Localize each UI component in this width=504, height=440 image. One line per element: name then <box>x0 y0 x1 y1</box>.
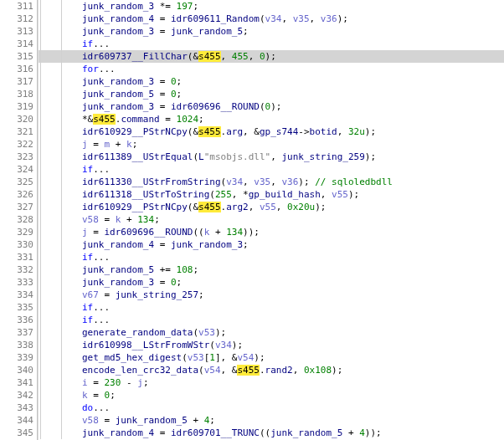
code-line[interactable]: *&s455.command = 1024; <box>39 113 504 125</box>
line-number: 325 <box>0 176 33 188</box>
code-line[interactable]: v58 = junk_random_5 + 4; <box>39 414 504 427</box>
line-number: 334 <box>0 289 33 301</box>
code-line[interactable]: j = idr609696__ROUND((k + 134)); <box>39 226 504 238</box>
code-line[interactable]: junk_random_3 = 0; <box>39 276 504 289</box>
line-number: 323 <box>0 151 33 163</box>
line-number: 337 <box>0 326 33 339</box>
code-line[interactable]: generate_random_data(v53); <box>39 326 504 339</box>
code-line[interactable]: idr610929__PStrNCpy(&s455.arg, &gp_s744-… <box>39 125 504 138</box>
code-line[interactable]: for... <box>39 63 504 75</box>
code-line[interactable]: junk_random_4 = idr609701__TRUNC((junk_r… <box>39 427 504 439</box>
line-number: 332 <box>0 263 33 276</box>
line-number: 330 <box>0 238 33 251</box>
code-line[interactable]: junk_random_3 = 0; <box>39 75 504 88</box>
line-number: 345 <box>0 427 33 439</box>
code-line[interactable]: idr611330__UStrFromString(v34, v35, v36)… <box>39 176 504 188</box>
line-number: 339 <box>0 351 33 364</box>
code-line[interactable]: junk_random_3 = junk_random_5; <box>39 25 504 38</box>
code-line[interactable]: get_md5_hex_digest(v53[1], &v54); <box>39 351 504 364</box>
line-number: 324 <box>0 163 33 176</box>
line-number: 331 <box>0 251 33 263</box>
code-line[interactable]: junk_random_5 += 108; <box>39 263 504 276</box>
code-line[interactable]: if... <box>39 251 504 263</box>
line-number: 340 <box>0 364 33 376</box>
code-line[interactable]: junk_random_3 = idr609696__ROUND(0); <box>39 100 504 113</box>
line-number: 321 <box>0 125 33 138</box>
code-editor[interactable]: 3113123133143153163173183193203213223233… <box>0 0 504 440</box>
code-line[interactable]: junk_random_3 *= 197; <box>39 0 504 13</box>
code-line[interactable]: junk_random_5 = 0; <box>39 88 504 100</box>
line-number: 318 <box>0 88 33 100</box>
line-number: 313 <box>0 25 33 38</box>
line-number: 343 <box>0 402 33 414</box>
code-line[interactable]: junk_random_4 = junk_random_3; <box>39 238 504 251</box>
line-number: 342 <box>0 389 33 402</box>
line-number: 327 <box>0 201 33 213</box>
line-number: 335 <box>0 301 33 314</box>
code-line[interactable]: encode_len_crc32_data(v54, &s455.rand2, … <box>39 364 504 376</box>
line-number: 311 <box>0 0 33 13</box>
code-line[interactable]: if... <box>39 314 504 326</box>
line-number: 312 <box>0 13 33 25</box>
line-number: 328 <box>0 213 33 226</box>
code-line[interactable]: k = 0; <box>39 389 504 402</box>
code-line[interactable]: idr611318__UStrToString(255, *gp_build_h… <box>39 188 504 201</box>
line-number: 338 <box>0 339 33 351</box>
code-line[interactable]: idr609737__FillChar(&s455, 455, 0); <box>39 50 504 63</box>
line-number: 316 <box>0 63 33 75</box>
code-line[interactable]: idr610998__LStrFromWStr(v34); <box>39 339 504 351</box>
line-number: 322 <box>0 138 33 151</box>
code-line[interactable]: if... <box>39 301 504 314</box>
code-line[interactable]: v67 = junk_string_257; <box>39 289 504 301</box>
code-line[interactable]: idr611389__UStrEqual(L"msobjs.dll", junk… <box>39 151 504 163</box>
code-line[interactable]: if... <box>39 38 504 50</box>
line-number: 329 <box>0 226 33 238</box>
code-area[interactable]: junk_random_3 *= 197;junk_random_4 = idr… <box>38 0 504 440</box>
line-number: 317 <box>0 75 33 88</box>
line-number: 319 <box>0 100 33 113</box>
line-number: 341 <box>0 376 33 389</box>
line-number: 333 <box>0 276 33 289</box>
line-number: 320 <box>0 113 33 125</box>
code-line[interactable]: v58 = k + 134; <box>39 213 504 226</box>
code-line[interactable]: if... <box>39 163 504 176</box>
code-line[interactable]: do... <box>39 402 504 414</box>
code-line[interactable]: j = m + k; <box>39 138 504 151</box>
code-line[interactable]: i = 230 - j; <box>39 376 504 389</box>
line-number: 344 <box>0 414 33 427</box>
code-line[interactable]: junk_random_4 = idr609611_Random(v34, v3… <box>39 13 504 25</box>
line-number: 326 <box>0 188 33 201</box>
line-number: 336 <box>0 314 33 326</box>
line-number: 314 <box>0 38 33 50</box>
line-number-gutter: 3113123133143153163173183193203213223233… <box>0 0 38 440</box>
line-number: 315 <box>0 50 33 63</box>
code-line[interactable]: idr610929__PStrNCpy(&s455.arg2, v55, 0x2… <box>39 201 504 213</box>
